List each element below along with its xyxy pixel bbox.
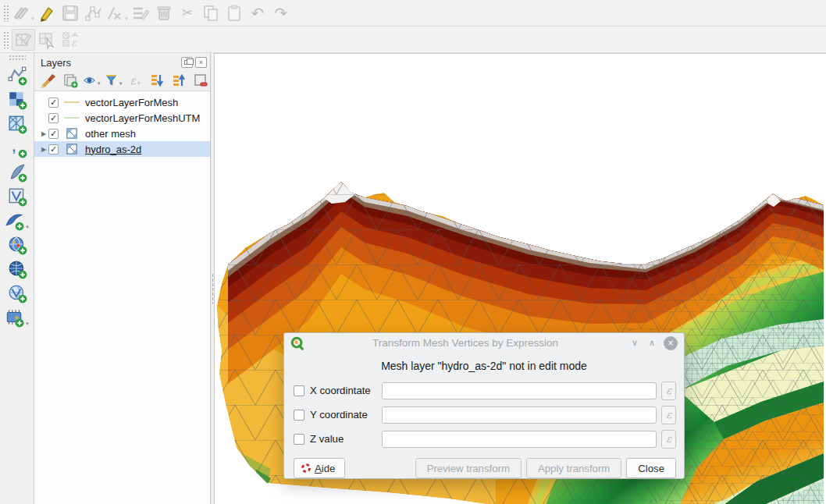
- paste-features-button[interactable]: [223, 2, 246, 24]
- filter-by-expression-button[interactable]: ε ▼: [126, 72, 145, 89]
- add-wcs-layer-button[interactable]: [4, 257, 30, 281]
- check-icon: ✓: [50, 129, 57, 139]
- add-vector-layer-icon: [7, 66, 27, 86]
- add-wfs-layer-button[interactable]: [4, 281, 30, 305]
- filter-legend-button[interactable]: ▼: [105, 72, 123, 89]
- cut-features-button[interactable]: ✂: [176, 2, 199, 24]
- z-expression-builder-button[interactable]: ε: [661, 430, 676, 449]
- add-wfs-icon: [7, 283, 27, 303]
- splitter-handle[interactable]: [212, 273, 214, 304]
- add-group-button[interactable]: [61, 72, 80, 89]
- y-coordinate-label: Y coordinate: [310, 409, 382, 421]
- redo-button[interactable]: ↷: [269, 2, 293, 24]
- chevron-up-icon: ∧: [649, 338, 655, 347]
- copy-features-button[interactable]: [199, 2, 223, 24]
- caret-down-icon: ▼: [25, 321, 30, 326]
- z-value-checkbox[interactable]: [294, 434, 304, 445]
- toolbar-drag-handle[interactable]: [3, 31, 9, 48]
- panel-float-button[interactable]: [181, 57, 193, 68]
- layers-panel-title: Layers: [41, 57, 179, 69]
- layers-panel-header: Layers ×: [34, 53, 210, 70]
- layer-label[interactable]: vectorLayerForMeshUTM: [85, 112, 200, 124]
- layer-row-hydro-as-2d[interactable]: ▶ ✓ hydro_as-2d: [34, 141, 210, 157]
- add-wcs-icon: [7, 259, 27, 279]
- collapse-all-button[interactable]: [169, 72, 188, 89]
- add-arcgis-rest-layer-button[interactable]: ✳ ▼: [4, 305, 30, 329]
- add-group-icon: [62, 73, 78, 88]
- x-expression-input[interactable]: [382, 382, 657, 399]
- select-mesh-elements-button[interactable]: [35, 29, 59, 51]
- expand-all-button[interactable]: [148, 72, 166, 89]
- delete-selected-button[interactable]: [152, 2, 176, 24]
- shade-button[interactable]: ∨: [626, 338, 643, 348]
- digitize-mesh-elements-button[interactable]: [12, 29, 35, 51]
- y-expression-input[interactable]: [382, 406, 657, 424]
- epsilon-icon: ε: [666, 433, 671, 445]
- layers-panel-toolbar: ▼ ▼ ε ▼: [34, 70, 210, 91]
- layer-row-other-mesh[interactable]: ▶ ✓ other mesh: [34, 126, 210, 141]
- add-raster-layer-button[interactable]: [4, 87, 30, 112]
- attributes-icon: [131, 4, 150, 23]
- apply-transform-button[interactable]: Apply transform: [526, 458, 621, 478]
- layer-row-vectorLayerForMesh[interactable]: ✓ vectorLayerForMesh: [34, 94, 210, 110]
- add-wms-layer-button[interactable]: [4, 232, 30, 257]
- expander-icon[interactable]: ▶: [39, 130, 48, 137]
- unshade-button[interactable]: ∧: [643, 338, 660, 348]
- remove-layer-icon: [193, 73, 208, 88]
- styling-brush-icon: [41, 73, 56, 88]
- main-area: , ▼ ✳ ▼: [0, 53, 826, 504]
- modify-attributes-button[interactable]: [129, 2, 152, 24]
- current-edits-button[interactable]: ▼: [12, 2, 35, 24]
- layer-checkbox[interactable]: ✓: [48, 98, 59, 108]
- remove-layer-button[interactable]: [191, 72, 210, 89]
- toolbar-drag-handle[interactable]: [9, 55, 26, 60]
- dialog-close-button[interactable]: ×: [664, 336, 678, 350]
- caret-down-icon: ▼: [137, 81, 141, 86]
- x-coordinate-checkbox[interactable]: [294, 385, 304, 396]
- manage-layers-toolbar: , ▼ ✳ ▼: [0, 53, 34, 504]
- layer-label[interactable]: vectorLayerForMesh: [85, 97, 178, 108]
- z-expression-input[interactable]: [382, 431, 657, 448]
- advanced-digitizing-button[interactable]: ▼: [105, 2, 129, 24]
- save-edits-button[interactable]: [59, 2, 82, 24]
- add-delimited-text-layer-button[interactable]: ,: [4, 136, 30, 160]
- select-mesh-icon: [37, 30, 56, 49]
- preview-transform-button[interactable]: Preview transform: [415, 458, 522, 478]
- layer-label[interactable]: other mesh: [85, 128, 136, 140]
- advanced-digitizing-icon: [105, 4, 123, 23]
- help-button[interactable]: Aide: [294, 458, 345, 478]
- layer-checkbox[interactable]: ✓: [48, 129, 59, 139]
- y-expression-builder-button[interactable]: ε: [661, 406, 676, 424]
- panel-close-button[interactable]: ×: [195, 57, 207, 68]
- vertex-tool-button[interactable]: [82, 2, 105, 24]
- dialog-titlebar[interactable]: Transform Mesh Vertices by Expression ∨ …: [284, 333, 684, 353]
- manage-map-themes-button[interactable]: ▼: [83, 72, 101, 89]
- close-button[interactable]: Close: [626, 458, 676, 478]
- toolbar-area: ▼ ▼ ✂: [0, 0, 826, 53]
- layer-label[interactable]: hydro_as-2d: [85, 144, 141, 155]
- undo-button[interactable]: ↶: [246, 2, 269, 24]
- chevron-down-icon: ∨: [632, 338, 638, 347]
- layer-swatch-line: [63, 117, 80, 119]
- expander-icon[interactable]: ▶: [39, 146, 48, 153]
- add-delimited-text-icon: ,: [7, 138, 27, 158]
- map-canvas[interactable]: Transform Mesh Vertices by Expression ∨ …: [215, 53, 826, 504]
- funnel-icon: [105, 73, 118, 88]
- transform-mesh-vertices-button[interactable]: ε: [59, 29, 82, 51]
- add-vector-layer-button[interactable]: [4, 63, 30, 87]
- y-coordinate-checkbox[interactable]: [294, 410, 304, 421]
- layer-checkbox[interactable]: ✓: [48, 113, 59, 123]
- add-spatialite-layer-button[interactable]: [4, 160, 30, 184]
- open-layer-styling-button[interactable]: [39, 72, 58, 89]
- toggle-editing-button[interactable]: [35, 2, 59, 24]
- x-expression-builder-button[interactable]: ε: [661, 382, 676, 400]
- add-virtual-layer-button[interactable]: [4, 184, 30, 208]
- add-postgis-layer-button[interactable]: ▼: [4, 208, 30, 232]
- qgis-logo-icon: [290, 336, 304, 350]
- digitizing-toolbar: ▼ ▼ ✂: [0, 0, 826, 27]
- trash-icon: [155, 4, 173, 23]
- layer-checkbox[interactable]: ✓: [48, 144, 59, 154]
- add-mesh-layer-button[interactable]: [4, 112, 30, 136]
- toolbar-drag-handle[interactable]: [3, 5, 9, 22]
- layer-row-vectorLayerForMeshUTM[interactable]: ✓ vectorLayerForMeshUTM: [34, 110, 210, 126]
